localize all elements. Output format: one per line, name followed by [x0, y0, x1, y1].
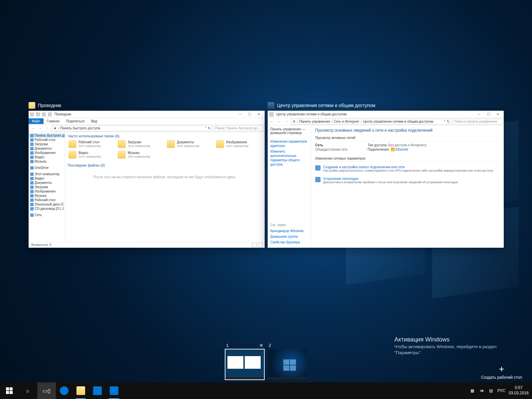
tray-notifications-icon[interactable]: ▤ — [488, 388, 494, 394]
sidebar-item[interactable]: Рабочий стол — [29, 198, 65, 202]
system-tray: ▦ 🕪 ▤ РУС 0:57 03.03.2016 — [469, 385, 532, 396]
windows-icon — [6, 387, 13, 394]
footer-link[interactable]: Домашняя группа — [270, 234, 304, 239]
sidebar-item[interactable]: Видео — [29, 176, 65, 181]
folder-item[interactable]: ВидеоЭтот компьютер — [68, 150, 114, 159]
start-button[interactable] — [0, 382, 19, 399]
ribbon-share[interactable]: Поделиться — [63, 118, 88, 124]
sidebar-item[interactable]: Музыка — [29, 194, 65, 198]
network-center-icon — [268, 102, 274, 109]
sidebar-item[interactable]: Видео — [29, 155, 65, 159]
sidebar-item[interactable]: Музыка — [29, 159, 65, 164]
sidebar-item[interactable]: Изображения — [29, 189, 65, 194]
taskbar-app-edge[interactable] — [56, 382, 72, 399]
minimize-button[interactable]: ─ — [474, 111, 484, 118]
folder-icon — [118, 140, 126, 148]
tray-network-icon[interactable]: ▦ — [469, 388, 475, 394]
explorer-main: Часто используемые папки (6) Рабочий сто… — [65, 132, 265, 242]
tray-volume-icon[interactable]: 🕪 — [479, 388, 485, 394]
ribbon-home[interactable]: Главная — [44, 118, 63, 124]
ribbon-file[interactable]: Файл — [29, 118, 44, 124]
address-bar[interactable]: ★›Панель быстрого доступа ˅↻ — [52, 125, 212, 131]
close-button[interactable]: ✕ — [254, 111, 263, 118]
task-link[interactable]: Устранение неполадок — [323, 177, 459, 181]
taskbar-app-settings[interactable] — [106, 382, 122, 399]
folder-icon — [68, 140, 76, 148]
empty-message: После того как вы откроете несколько фай… — [68, 169, 262, 179]
address-bar[interactable]: ⚙ ›Панель управления ›Сеть и Интернет ›Ц… — [291, 119, 451, 125]
nav-up-icon[interactable]: ↑ — [45, 125, 51, 131]
sidebar-item[interactable]: Загрузки — [29, 142, 65, 146]
search-input[interactable]: Поиск в панели управления — [453, 119, 502, 125]
edge-icon — [60, 386, 68, 395]
recent-section: Последние файлы (0) — [68, 163, 262, 169]
view-large-icon[interactable] — [258, 243, 263, 247]
taskbar-app-explorer[interactable] — [72, 382, 89, 399]
network-window: Центр управления сетями и общим доступом… — [268, 111, 504, 248]
search-icon: ⌕ — [26, 388, 30, 394]
sidebar-item[interactable]: Рабочий стол — [29, 138, 65, 142]
close-button[interactable]: ✕ — [493, 111, 502, 118]
page-heading: Просмотр основных сведений о сети и наст… — [315, 128, 500, 135]
nav-forward-icon[interactable]: → — [276, 119, 282, 125]
active-networks-heading: Просмотр активных сетей — [315, 135, 500, 141]
nav-forward-icon[interactable]: → — [37, 125, 43, 131]
store-icon — [93, 386, 102, 395]
task-view-button[interactable]: ▭▯ — [37, 382, 56, 399]
sidebar-thispc[interactable]: Этот компьютер — [29, 172, 65, 176]
preview-header: Центр управления сетями и общим доступом — [268, 101, 504, 111]
folder-icon — [118, 151, 126, 159]
task-link[interactable]: Создание и настройка нового подключения … — [323, 165, 494, 169]
svg-rect-2 — [6, 391, 9, 394]
folder-item[interactable]: МузыкаЭтот компьютер — [117, 150, 164, 159]
language-indicator[interactable]: РУС — [497, 388, 505, 393]
folder-icon — [76, 386, 85, 395]
footer-link[interactable]: Брандмауэр Windows — [270, 228, 304, 234]
sidebar-item[interactable]: Локальный диск (C — [29, 202, 65, 206]
settings-icon — [110, 386, 118, 395]
ribbon-view[interactable]: Вид — [88, 118, 100, 124]
task-preview-network-center[interactable]: Центр управления сетями и общим доступом… — [268, 101, 504, 248]
sidebar-item[interactable]: Изображения — [29, 151, 65, 155]
titlebar: Проводник ─ ☐ ✕ — [29, 111, 265, 118]
troubleshoot-icon — [315, 177, 321, 182]
maximize-button[interactable]: ☐ — [245, 111, 254, 118]
search-input[interactable]: Поиск: Панель быстрого до... — [213, 125, 263, 131]
folder-item[interactable]: ИзображенияЭтот компьютер — [215, 139, 262, 149]
close-desktop-icon[interactable]: ✕ — [259, 343, 263, 348]
sidebar-item[interactable]: Загрузки — [29, 185, 65, 189]
sidebar-item[interactable]: Документы — [29, 181, 65, 185]
folder-item[interactable]: Рабочий столЭтот компьютер — [68, 139, 114, 149]
minimize-button[interactable]: ─ — [235, 111, 245, 118]
desktop-thumbnail-2[interactable]: 2 — [268, 349, 307, 379]
sidebar-quick-access[interactable]: Панель быстрого дос — [29, 133, 65, 138]
nav-up-icon[interactable]: ↑ — [284, 119, 290, 125]
folder-item[interactable]: ДокументыЭтот компьютер — [166, 139, 213, 149]
footer-link[interactable]: Свойства браузера — [270, 239, 304, 245]
sidebar-onedrive[interactable]: OneDrive — [29, 166, 65, 170]
sidebar-link[interactable]: Изменение параметров адаптера — [270, 139, 308, 149]
frequent-section: Часто используемые папки (6) — [68, 133, 262, 139]
preview-title: Проводник — [38, 103, 61, 108]
clock[interactable]: 0:57 03.03.2016 — [509, 385, 529, 396]
new-desktop-button[interactable]: + Создать рабочий стол — [481, 364, 522, 380]
explorer-window: Проводник ─ ☐ ✕ Файл Главная Поделиться … — [29, 111, 265, 248]
search-button[interactable]: ⌕ — [19, 382, 37, 399]
nav-back-icon[interactable]: ← — [30, 125, 36, 131]
sidebar-item[interactable]: Документы — [29, 146, 65, 151]
sidebar-item[interactable]: CD-дисковод (D:) J — [29, 206, 65, 211]
task-view-icon: ▭▯ — [43, 388, 51, 394]
nav-back-icon[interactable]: ← — [269, 119, 275, 125]
sidebar-link[interactable]: Изменить дополнительные параметры общего… — [270, 149, 308, 167]
taskbar-app-store[interactable] — [89, 382, 106, 399]
task-preview-explorer[interactable]: Проводник Проводник ─ ☐ ✕ Файл Главная П… — [29, 101, 265, 248]
new-connection-icon — [315, 165, 321, 171]
folder-item[interactable]: ЗагрузкиЭтот компьютер — [117, 139, 164, 149]
desktop-thumbnail-1[interactable]: 1 ✕ — [225, 349, 264, 379]
explorer-icon — [29, 102, 35, 109]
view-details-icon[interactable] — [252, 243, 257, 247]
svg-rect-1 — [10, 387, 13, 390]
ethernet-link[interactable]: Ethernet — [395, 148, 408, 151]
maximize-button[interactable]: ☐ — [484, 111, 493, 118]
sidebar-network[interactable]: Сеть — [29, 213, 65, 217]
